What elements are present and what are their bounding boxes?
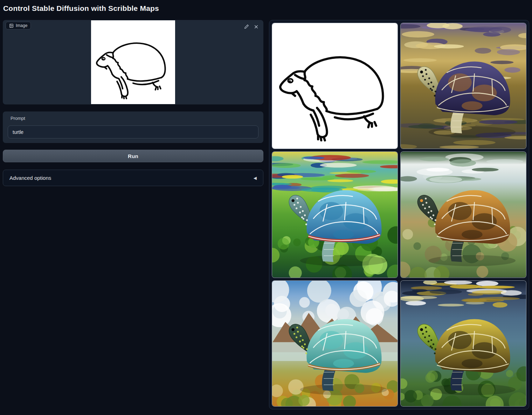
gallery-image-generated-2 — [272, 152, 398, 277]
gallery-image-generated-3 — [401, 152, 526, 277]
gallery-item-3[interactable] — [272, 151, 398, 278]
gallery-image-generated-4 — [272, 281, 398, 406]
image-icon — [9, 23, 14, 28]
scribble-drawing — [91, 20, 175, 104]
gallery-item-2[interactable] — [400, 23, 526, 149]
gallery-image-generated-5 — [401, 281, 526, 406]
pencil-icon — [244, 24, 249, 29]
prompt-input[interactable] — [8, 125, 258, 138]
gallery-item-1[interactable] — [272, 23, 398, 149]
gallery-item-4[interactable] — [400, 151, 526, 278]
clear-image-button[interactable] — [253, 23, 259, 30]
prompt-block: Prompt — [3, 111, 263, 143]
gallery-item-6[interactable] — [400, 280, 526, 407]
gallery-item-5[interactable] — [272, 280, 398, 407]
gallery-image-generated-1 — [401, 23, 526, 149]
input-image-block: Image — [3, 20, 263, 104]
page-title: Control Stable Diffusion with Scribble M… — [3, 4, 159, 13]
output-gallery — [269, 20, 529, 409]
run-button[interactable]: Run — [3, 150, 263, 162]
left-triangle-icon: ◀ — [254, 176, 257, 181]
image-component-label: Image — [6, 22, 31, 29]
advanced-options-accordion[interactable]: Advanced options ◀ — [3, 170, 263, 186]
advanced-options-label: Advanced options — [9, 175, 51, 181]
x-icon — [254, 25, 258, 29]
image-component-label-text: Image — [16, 23, 27, 28]
gallery-image-scribble — [272, 23, 398, 149]
uploaded-scribble-image[interactable] — [91, 20, 175, 104]
edit-image-button[interactable] — [243, 23, 250, 30]
prompt-label: Prompt — [11, 116, 25, 121]
